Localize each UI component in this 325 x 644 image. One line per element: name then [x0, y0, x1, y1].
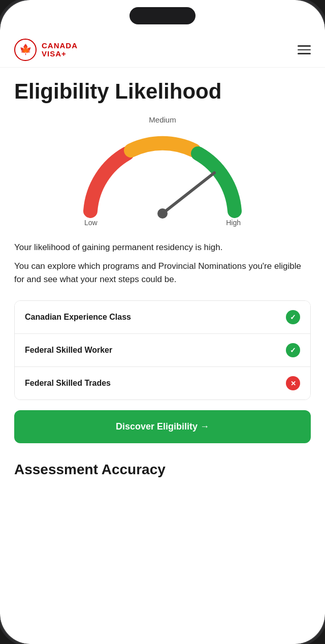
page-title: Eligibility Likelihood [14, 80, 311, 103]
phone-screen: 🍁 CANADA VISA+ Eligibility Likelihood [0, 0, 325, 644]
gauge-label-medium: Medium [149, 115, 176, 124]
hamburger-line-3 [298, 53, 311, 54]
program-list: Canadian Experience Class Federal Skille… [14, 300, 311, 400]
main-content: Eligibility Likelihood Medium [0, 68, 325, 492]
program-item-fst: Federal Skilled Trades [15, 367, 310, 400]
logo-icon: 🍁 [14, 39, 37, 61]
assessment-title: Assessment Accuracy [14, 462, 311, 478]
status-check-cec [286, 310, 300, 324]
program-name-cec: Canadian Experience Class [25, 313, 131, 322]
description-line2: You can explore which programs and Provi… [14, 260, 311, 287]
svg-line-2 [162, 173, 214, 213]
logo-area: 🍁 CANADA VISA+ [14, 39, 78, 61]
hamburger-line-2 [298, 49, 311, 51]
app-header: 🍁 CANADA VISA+ [0, 30, 325, 68]
hamburger-menu-button[interactable] [298, 45, 311, 54]
status-check-fsw [286, 343, 300, 357]
program-item-fsw: Federal Skilled Worker [15, 334, 310, 367]
logo-canada: CANADA [42, 42, 78, 50]
cta-label: Discover Eligibility → [116, 421, 209, 432]
program-item-cec: Canadian Experience Class [15, 301, 310, 334]
program-name-fst: Federal Skilled Trades [25, 379, 111, 388]
phone-frame: 🍁 CANADA VISA+ Eligibility Likelihood [0, 0, 325, 644]
gauge-svg [76, 127, 249, 224]
discover-eligibility-button[interactable]: Discover Eligibility → [14, 410, 311, 443]
dynamic-island [129, 7, 196, 24]
assessment-section: Assessment Accuracy [14, 457, 311, 480]
status-cross-fst [286, 376, 300, 390]
description-line1: Your likelihood of gaining permanent res… [14, 241, 311, 254]
screen-content: 🍁 CANADA VISA+ Eligibility Likelihood [0, 0, 325, 644]
hamburger-line-1 [298, 45, 311, 47]
logo-visa-plus: VISA+ [42, 50, 78, 58]
gauge-container: Medium [14, 115, 311, 227]
program-name-fsw: Federal Skilled Worker [25, 346, 112, 355]
logo-text: CANADA VISA+ [42, 42, 78, 58]
svg-point-3 [157, 208, 168, 219]
svg-text:🍁: 🍁 [19, 43, 32, 55]
